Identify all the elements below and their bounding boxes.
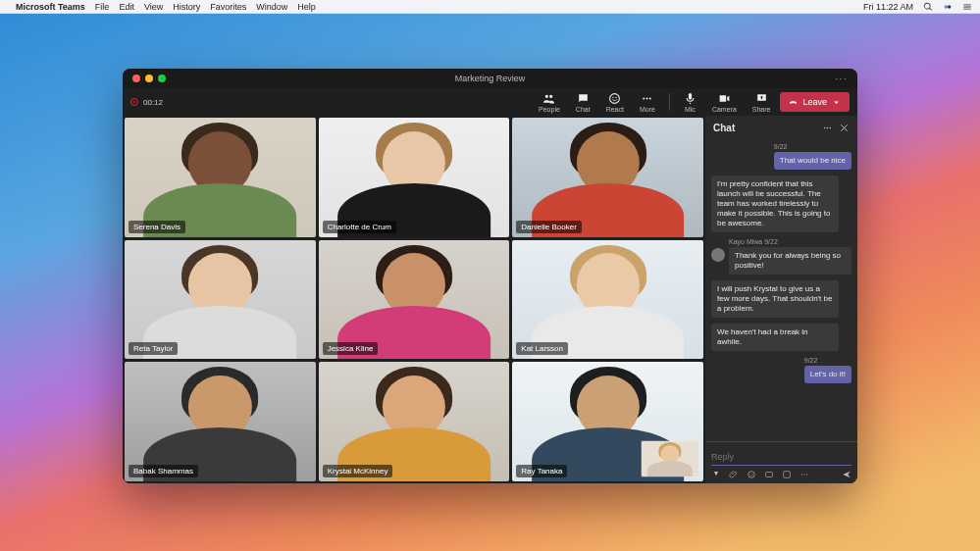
react-button[interactable]: React [600, 92, 630, 113]
video-tile[interactable]: Babak Shammas [125, 362, 316, 481]
svg-point-16 [801, 474, 802, 475]
svg-rect-14 [766, 473, 773, 477]
minimize-window-icon[interactable] [145, 75, 153, 82]
compose-toolbar [711, 466, 851, 481]
reply-input[interactable] [711, 449, 851, 466]
chat-message: I'm pretty confident that this launch wi… [711, 175, 851, 232]
meeting-timer: 00:12 [143, 98, 163, 107]
menu-edit[interactable]: Edit [119, 2, 134, 12]
sticker-icon[interactable] [782, 470, 792, 479]
video-tile[interactable]: Serena Davis [125, 118, 316, 237]
chevron-down-icon [831, 97, 842, 108]
menu-history[interactable]: History [173, 2, 200, 12]
hangup-icon [788, 97, 799, 108]
share-icon [755, 92, 768, 105]
chat-message: 9/22 Let's do it! [711, 357, 851, 383]
menu-favorites[interactable]: Favorites [210, 2, 246, 12]
people-button[interactable]: People [533, 92, 566, 113]
video-tile[interactable]: Ray Tanaka [512, 362, 703, 481]
camera-icon [718, 92, 731, 105]
svg-point-10 [830, 126, 831, 127]
svg-point-11 [748, 472, 755, 478]
react-icon [608, 92, 621, 105]
format-icon[interactable] [711, 470, 721, 479]
close-icon[interactable] [839, 123, 850, 133]
menu-help[interactable]: Help [297, 2, 316, 12]
svg-point-0 [945, 5, 948, 8]
video-grid: Serena Davis Charlotte de Crum [123, 116, 705, 483]
zoom-window-icon[interactable] [158, 75, 166, 82]
svg-point-9 [827, 126, 828, 127]
svg-point-12 [749, 474, 750, 475]
leave-button[interactable]: Leave [780, 92, 850, 112]
participant-name: Serena Davis [129, 221, 185, 233]
svg-point-3 [612, 96, 613, 97]
macos-menubar: Microsoft Teams File Edit View History F… [0, 0, 980, 14]
chat-icon [577, 92, 590, 105]
video-tile[interactable]: Charlotte de Crum [319, 118, 510, 237]
gif-icon[interactable] [764, 470, 774, 479]
participant-name: Reta Taylor [129, 342, 178, 355]
menu-file[interactable]: File [95, 2, 110, 12]
video-tile[interactable]: Reta Taylor [125, 240, 316, 360]
participant-name: Charlotte de Crum [323, 221, 396, 233]
participant-name: Kat Larsson [516, 342, 568, 355]
menubar-hamburger-icon[interactable] [962, 2, 972, 12]
svg-point-2 [610, 93, 620, 103]
menu-view[interactable]: View [144, 2, 163, 12]
participant-name: Ray Tanaka [516, 465, 567, 477]
participant-name: Babak Shammas [129, 465, 198, 477]
mic-button[interactable]: Mic [678, 92, 702, 113]
compose-more-icon[interactable] [799, 470, 809, 479]
chat-message: Kayo Miwa 9/22 Thank you for always bein… [711, 238, 851, 275]
spotlight-icon[interactable] [923, 2, 933, 12]
more-button[interactable]: More [634, 92, 661, 113]
video-tile[interactable]: Danielle Booker [512, 118, 703, 237]
share-button[interactable]: Share [747, 92, 777, 113]
more-icon [641, 92, 653, 105]
chat-panel: Chat 9/22 That would be nice I'm pretty … [705, 116, 857, 483]
control-center-icon[interactable] [943, 2, 953, 12]
svg-rect-15 [784, 472, 791, 478]
chat-message: 9/22 That would be nice [711, 143, 851, 170]
svg-point-8 [824, 126, 825, 127]
window-traffic-lights[interactable] [132, 75, 166, 82]
chat-button[interactable]: Chat [570, 92, 596, 113]
titlebar-more-icon[interactable]: ··· [835, 72, 848, 85]
camera-button[interactable]: Camera [706, 92, 743, 113]
self-view-pip[interactable] [641, 440, 699, 477]
close-window-icon[interactable] [132, 75, 140, 82]
menubar-clock[interactable]: Fri 11:22 AM [863, 2, 913, 12]
svg-point-1 [948, 5, 951, 8]
app-name[interactable]: Microsoft Teams [16, 2, 85, 12]
video-tile[interactable]: Krystal McKinney [319, 362, 510, 481]
attachment-icon[interactable] [729, 470, 739, 479]
svg-point-18 [806, 474, 807, 475]
video-tile[interactable]: Kat Larsson [512, 240, 703, 360]
svg-point-7 [649, 97, 651, 99]
send-icon[interactable] [842, 470, 851, 479]
avatar [711, 248, 725, 262]
desktop: Microsoft Teams File Edit View History F… [0, 0, 980, 551]
record-icon [130, 98, 138, 106]
meeting-title: Marketing Review [123, 74, 857, 83]
menu-window[interactable]: Window [256, 2, 287, 12]
video-tile[interactable]: Jessica Kline [319, 240, 510, 360]
chat-more-icon[interactable] [822, 123, 833, 133]
chat-header: Chat [705, 116, 857, 139]
recording-indicator: 00:12 [130, 98, 163, 107]
mic-icon [684, 92, 696, 105]
emoji-icon[interactable] [747, 470, 756, 479]
participant-name: Danielle Booker [516, 221, 581, 233]
meeting-controlbar: 00:12 People Chat React More Mi [123, 88, 857, 116]
control-divider [669, 93, 670, 111]
svg-point-4 [616, 96, 617, 97]
chat-message: I will push Krystal to give us a few mor… [711, 280, 851, 318]
chat-message: We haven't had a break in awhile. [711, 324, 851, 351]
chat-messages[interactable]: 9/22 That would be nice I'm pretty confi… [705, 139, 857, 441]
meeting-main: Serena Davis Charlotte de Crum [123, 116, 857, 483]
window-titlebar: Marketing Review ··· [123, 69, 857, 88]
svg-point-6 [646, 97, 648, 99]
chat-compose [705, 441, 857, 483]
svg-point-13 [752, 474, 753, 475]
